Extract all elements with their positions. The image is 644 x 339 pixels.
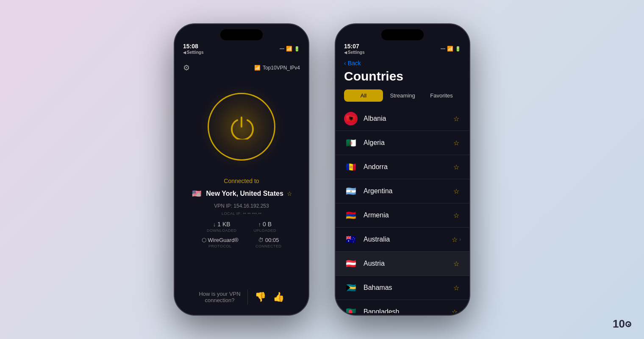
flag-austria: 🇦🇹	[344, 257, 358, 270]
download-stat: ↓ 1 KB DOWNLOADED	[207, 221, 237, 233]
flag-andorra: 🇦🇩	[344, 160, 358, 174]
star-armenia[interactable]: ☆	[453, 211, 459, 220]
dynamic-island-1	[220, 29, 263, 40]
country-name-argentina: Argentina	[364, 187, 453, 195]
vpn-ring	[208, 93, 275, 161]
phone-2: 15:07 ◀ Settings ···· 📶 🔋 ‹ Back Countri…	[335, 23, 470, 316]
tabs-row: All Streaming Favorites	[344, 89, 461, 102]
wifi-icon: 📶	[254, 65, 261, 71]
power-icon	[227, 112, 256, 142]
phone-1: 15:08 ◀ Settings ···· 📶 🔋 ⚙ 📶 Top10VPN_I…	[174, 23, 309, 316]
flag-bahamas: 🇧🇸	[344, 281, 358, 295]
countries-title: Countries	[344, 69, 461, 83]
country-austria[interactable]: 🇦🇹 Austria ☆	[336, 252, 469, 276]
us-flag: 🇺🇸	[191, 188, 203, 200]
back-chevron-icon: ‹	[344, 60, 346, 67]
chevron-australia: ›	[459, 236, 461, 242]
country-name-algeria: Algeria	[364, 139, 453, 147]
divider	[247, 289, 248, 305]
tab-streaming[interactable]: Streaming	[383, 89, 422, 102]
protocol-row: ⬡ WireGuard® PROTOCOL ⏱ 00:05 CONNECTED	[202, 237, 282, 248]
country-name-australia: Australia	[364, 236, 452, 243]
time-2: 15:07	[344, 43, 359, 50]
vpn-glow	[199, 84, 284, 169]
status-bar-2: 15:07 ◀ Settings ···· 📶 🔋	[336, 40, 469, 56]
feedback-text: How is your VPNconnection?	[199, 291, 240, 303]
star-algeria[interactable]: ☆	[453, 139, 459, 147]
location-row: 🇺🇸 New York, United States ☆	[191, 188, 292, 200]
watermark-text: 10	[613, 317, 625, 331]
country-andorra[interactable]: 🇦🇩 Andorra ☆	[336, 155, 469, 179]
chevron-bangladesh: ›	[459, 309, 461, 313]
protocol-info: ⬡ WireGuard® PROTOCOL	[202, 237, 239, 248]
favorite-star[interactable]: ☆	[287, 190, 292, 197]
star-andorra[interactable]: ☆	[453, 163, 459, 171]
phone1-header: ⚙ 📶 Top10VPN_IPv4	[183, 60, 300, 76]
vpn-power-button[interactable]	[199, 84, 284, 169]
countries-list: 🇦🇱 Albania ☆ 🇩🇿 Algeria ☆ 🇦🇩 Andorra ☆ 🇦…	[336, 107, 469, 313]
watermark: 10	[613, 317, 631, 331]
country-name-albania: Albania	[364, 115, 453, 122]
flag-australia: 🇦🇺	[344, 233, 358, 246]
country-bahamas[interactable]: 🇧🇸 Bahamas ☆	[336, 276, 469, 300]
settings-label-2: ◀ Settings	[344, 50, 364, 55]
local-ip: LOCAL IP: •• •• •••.••	[222, 211, 261, 216]
country-name-armenia: Armenia	[364, 211, 453, 219]
flag-albania: 🇦🇱	[344, 112, 358, 125]
vpn-ip: VPN IP: 154.16.192.253	[214, 203, 269, 209]
wifi-network: 📶 Top10VPN_IPv4	[254, 65, 300, 71]
connected-to-label: Connected to	[224, 178, 259, 184]
country-albania[interactable]: 🇦🇱 Albania ☆	[336, 107, 469, 131]
location-name: New York, United States	[206, 190, 283, 197]
status-bar-1: 15:08 ◀ Settings ···· 📶 🔋	[175, 40, 308, 56]
country-algeria[interactable]: 🇩🇿 Algeria ☆	[336, 131, 469, 155]
star-bangladesh[interactable]: ☆	[452, 308, 458, 314]
time-1: 15:08	[183, 43, 198, 50]
country-australia[interactable]: 🇦🇺 Australia ☆ ›	[336, 228, 469, 252]
star-argentina[interactable]: ☆	[453, 187, 459, 195]
gear-icon[interactable]: ⚙	[183, 63, 190, 72]
flag-bangladesh: 🇧🇩	[344, 305, 358, 313]
star-bahamas[interactable]: ☆	[453, 284, 459, 292]
stats-row: ↓ 1 KB DOWNLOADED ↑ 0 B UPLOADED	[207, 221, 276, 233]
thumbup-icon[interactable]: 👍	[273, 292, 284, 303]
star-australia[interactable]: ☆	[452, 236, 458, 244]
country-bangladesh[interactable]: 🇧🇩 Bangladesh ☆ ›	[336, 300, 469, 313]
country-name-austria: Austria	[364, 260, 453, 267]
flag-argentina: 🇦🇷	[344, 184, 358, 198]
status-icons-2: ···· 📶 🔋	[441, 46, 461, 52]
upload-stat: ↑ 0 B UPLOADED	[254, 221, 277, 233]
countries-header: ‹ Back Countries All Streaming Favorites	[336, 56, 469, 102]
country-name-bangladesh: Bangladesh	[364, 308, 452, 313]
star-austria[interactable]: ☆	[453, 260, 459, 268]
star-albania[interactable]: ☆	[453, 115, 459, 123]
dynamic-island-2	[381, 29, 424, 40]
feedback-row: How is your VPNconnection? 👎 👍	[199, 289, 284, 305]
phone2-main: ‹ Back Countries All Streaming Favorites…	[336, 56, 469, 313]
settings-label-1: ◀ Settings	[183, 50, 203, 55]
country-name-bahamas: Bahamas	[364, 284, 453, 292]
watermark-circle	[625, 321, 631, 327]
phone1-main: ⚙ 📶 Top10VPN_IPv4	[175, 56, 308, 313]
flag-algeria: 🇩🇿	[344, 136, 358, 150]
thumbdown-icon[interactable]: 👎	[255, 292, 266, 303]
tab-all[interactable]: All	[344, 89, 383, 102]
country-argentina[interactable]: 🇦🇷 Argentina ☆	[336, 179, 469, 203]
country-name-andorra: Andorra	[364, 163, 453, 171]
connection-time: ⏱ 00:05 CONNECTED	[255, 237, 282, 248]
status-icons-1: ···· 📶 🔋	[280, 46, 300, 52]
country-armenia[interactable]: 🇦🇲 Armenia ☆	[336, 203, 469, 228]
back-button[interactable]: ‹ Back	[344, 60, 461, 67]
flag-armenia: 🇦🇲	[344, 208, 358, 222]
tab-favorites[interactable]: Favorites	[422, 89, 461, 102]
